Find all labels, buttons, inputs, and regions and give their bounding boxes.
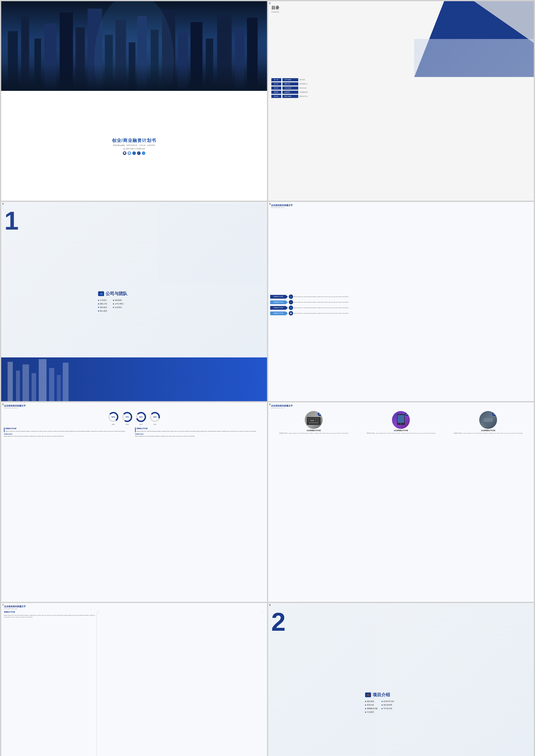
list-item: 可行性分析 — [381, 707, 394, 710]
list-item: 公司简介 — [98, 299, 107, 302]
photo-item-1: 01 点击请替换文字内容 请替换文字内容，please replace text… — [271, 411, 356, 434]
svg-point-49 — [400, 423, 402, 425]
chapter-2-item: 项目介绍 — [282, 82, 298, 85]
icon-4: 🔤 — [289, 311, 293, 315]
icon-1: 👤 — [289, 295, 293, 299]
text-link-2[interactable]: 请替换文字内容 — [135, 433, 264, 435]
arrow-desc-3: please replace text, click add relevant … — [294, 307, 532, 309]
list-item: 团队介绍 — [98, 303, 107, 305]
photo-circle-3: 03 — [479, 411, 497, 429]
chapter-4-desc: 长期战略目标 — [299, 91, 308, 93]
text-col-2: 请替换文字内容 please replace text, click add r… — [135, 427, 264, 600]
icon-person: 👤 — [132, 151, 136, 155]
section-icon: 👥 — [98, 291, 104, 296]
donut-1: 50% 2001 — [107, 411, 119, 425]
big-number-2: 2 — [271, 609, 286, 635]
svg-rect-5 — [75, 27, 85, 91]
donut-year-3: 2012 — [139, 424, 143, 425]
icon-2: 🎓 — [289, 300, 293, 305]
section-title: 👥 公司与团队 — [98, 291, 263, 297]
chapter-1-row: 第一章 公司与团队 我们是谁 — [271, 78, 531, 81]
svg-rect-38 — [310, 418, 312, 419]
svg-rect-1 — [21, 16, 29, 91]
chapter-3-item: 产品与运营 — [282, 86, 298, 90]
slide7-main: 请替换文字内容 please replace text, click add r… — [1, 610, 267, 756]
text-link-1[interactable]: 请替换文字内容 — [4, 433, 133, 435]
slide-number-8: 8 — [269, 604, 270, 606]
chapter-5-desc: 商务合作方式 — [299, 95, 308, 97]
text-content-1: 请替换文字内容 please replace text, click add r… — [5, 427, 125, 432]
header-title: 点击添加相关标题文字 — [271, 404, 531, 407]
section-icon-8: 💼 — [365, 692, 371, 697]
chapter-5-row: 第五章 财务与融资 商务合作方式 — [271, 95, 531, 98]
header-sub: add related title words — [4, 608, 264, 609]
text-block-2: 请替换文字内容 please replace text, click add r… — [135, 427, 264, 432]
list-item: 组织架构 — [113, 299, 124, 302]
desc-title: 请替换文字内容 — [4, 611, 95, 613]
list-item: 项目来源 — [365, 700, 378, 703]
slide-1: 1 创业/商业融资计划书 框架完整ppt模板，适用于投资 — [1, 1, 267, 201]
svg-rect-2 — [34, 39, 41, 91]
slide1-subtitle: 框架完整ppt模板，适用于投资合作、公司介绍、企业宣传等 — [113, 144, 155, 146]
chapter-3-desc: 我们怎么做 — [299, 87, 306, 89]
y-axis-labels: 12 3 6 — [97, 611, 264, 612]
icon-chart: 📊 — [123, 151, 127, 155]
left-bar — [4, 427, 5, 432]
arrow-row-4: 请替换文字内容 🔤 please replace text, click add… — [270, 311, 532, 315]
list-item: 竞争对手分析 — [381, 700, 394, 703]
svg-rect-17 — [235, 27, 244, 91]
photo-item-3: 03 点击请替换文字内容 请替换文字内容，please replace text… — [445, 411, 531, 434]
arrow-4: 请替换文字内容 — [270, 311, 288, 315]
arrow-row-3: 请替换文字内容 🌐 please replace text, click add… — [270, 305, 532, 310]
svg-rect-48 — [398, 415, 404, 423]
donut-container-4: 40% — [149, 411, 161, 423]
svg-rect-27 — [63, 363, 69, 401]
slide-3: 3 1 👥 公司与团队 公司简介 团队介绍 项目成员 核心成员 组织架构 公司大… — [1, 202, 267, 401]
slide-number-4: 4 — [269, 203, 270, 205]
donut-container-1: 50% — [107, 411, 119, 423]
slide1-company: ⊙ 这里可以输入公司/团队名称 — [123, 148, 145, 150]
slide4-diagram: 请替换文字内容 👤 please replace text, click add… — [268, 209, 534, 401]
dots-bg-8 — [270, 605, 376, 756]
donut-pct-4: 40% — [153, 416, 156, 418]
slide7-right: 12 3 6 — [97, 611, 264, 756]
bar-chart — [97, 613, 264, 756]
svg-rect-20 — [8, 362, 13, 401]
donut-container-3: 80% — [135, 411, 147, 423]
svg-rect-39 — [313, 418, 314, 419]
photo-desc-2: 请替换文字内容，please replace text, click add r… — [358, 432, 444, 434]
arrow-row-1: 请替换文字内容 👤 please replace text, click add… — [270, 295, 532, 299]
chapter-5-label: 第五章 — [271, 95, 281, 98]
svg-rect-21 — [16, 370, 20, 401]
photo-title-1: 点击请替换文字内容 — [271, 430, 356, 432]
slide-number-7: 7 — [2, 604, 4, 606]
svg-rect-23 — [32, 373, 36, 401]
donut-pct-2: 70% — [126, 416, 129, 418]
svg-rect-16 — [217, 15, 232, 91]
slide7-left: 请替换文字内容 please replace text, click add r… — [4, 611, 95, 756]
svg-rect-41 — [317, 418, 319, 419]
arrow-1: 请替换文字内容 — [270, 295, 288, 299]
chapter-4-row: 第四章 发展前景 长期战略目标 — [271, 91, 531, 94]
slide5-header: 点击添加相关标题文字 add related title words — [1, 402, 267, 409]
contents-sub: Contents — [271, 11, 411, 13]
slide-5: 5 点击添加相关标题文字 add related title words 50%… — [1, 402, 267, 602]
header-sub: add related title words — [271, 207, 531, 208]
photo-circle-2: 02 — [392, 411, 410, 429]
slide-7: 7 点击添加相关标题文字 add related title words 请替换… — [1, 603, 267, 756]
svg-rect-51 — [483, 418, 493, 422]
svg-rect-26 — [57, 375, 61, 401]
chapter-5-item: 财务与融资 — [282, 95, 298, 98]
slide8-content: 💼 项目介绍 项目来源 需求分析 需要解决问题 行业前景 竞争对手分析 我们的优… — [361, 603, 534, 756]
slide7-desc: please replace text, click add relevant … — [4, 615, 95, 618]
list-col-right: 组织架构 公司大事记 企业理念 — [113, 299, 124, 312]
left-bar-2 — [135, 427, 136, 432]
svg-rect-18 — [247, 17, 258, 91]
slide-8: 8 2 💼 项目介绍 项目来源 需求分析 需要解决问题 行业前景 竞争对手分析 … — [268, 603, 534, 756]
city-image — [1, 1, 267, 91]
slide-number-1: 1 — [2, 2, 4, 4]
photo-title-2: 点击请替换文字内容 — [358, 430, 444, 432]
icon-share: 🔗 — [137, 151, 141, 155]
chapter-4-item: 发展前景 — [282, 91, 298, 94]
svg-rect-15 — [206, 39, 213, 91]
